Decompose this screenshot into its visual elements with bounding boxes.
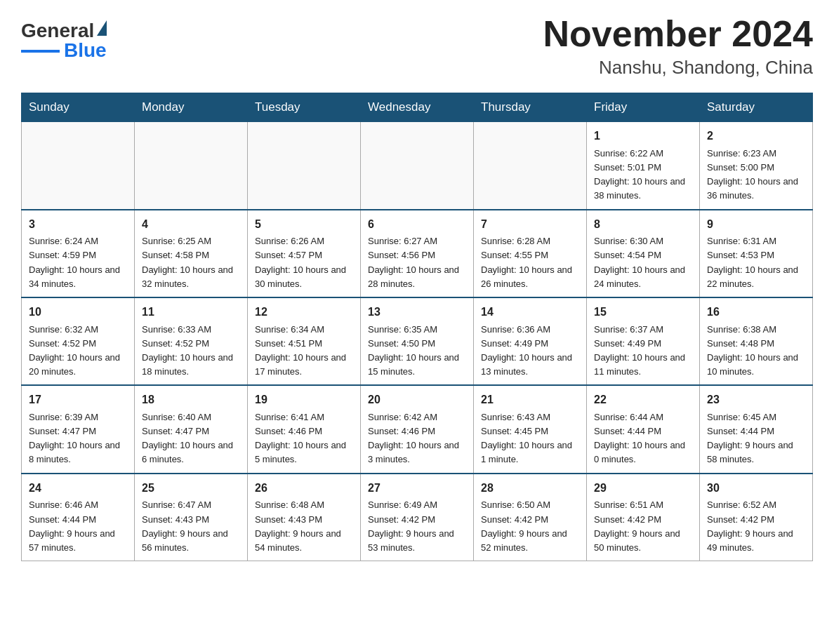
logo: General Blue bbox=[21, 21, 107, 60]
day-number: 10 bbox=[29, 304, 127, 321]
week-row-2: 3Sunrise: 6:24 AM Sunset: 4:59 PM Daylig… bbox=[22, 210, 813, 297]
calendar-cell: 11Sunrise: 6:33 AM Sunset: 4:52 PM Dayli… bbox=[135, 297, 248, 385]
logo-underline bbox=[21, 50, 60, 53]
calendar-cell: 12Sunrise: 6:34 AM Sunset: 4:51 PM Dayli… bbox=[248, 297, 361, 385]
header-thursday: Thursday bbox=[474, 93, 587, 122]
cell-info: Sunrise: 6:40 AM Sunset: 4:47 PM Dayligh… bbox=[142, 410, 240, 467]
header-saturday: Saturday bbox=[700, 93, 813, 122]
calendar-cell bbox=[22, 122, 135, 210]
calendar-table: Sunday Monday Tuesday Wednesday Thursday… bbox=[21, 93, 813, 561]
day-number: 23 bbox=[707, 391, 805, 409]
calendar-cell: 21Sunrise: 6:43 AM Sunset: 4:45 PM Dayli… bbox=[474, 385, 587, 473]
day-number: 20 bbox=[368, 391, 466, 409]
cell-info: Sunrise: 6:31 AM Sunset: 4:53 PM Dayligh… bbox=[707, 234, 805, 291]
day-number: 19 bbox=[255, 391, 353, 409]
week-row-5: 24Sunrise: 6:46 AM Sunset: 4:44 PM Dayli… bbox=[22, 474, 813, 561]
day-number: 13 bbox=[368, 304, 466, 321]
cell-info: Sunrise: 6:51 AM Sunset: 4:42 PM Dayligh… bbox=[594, 498, 692, 555]
weekday-header-row: Sunday Monday Tuesday Wednesday Thursday… bbox=[22, 93, 813, 122]
calendar-cell bbox=[248, 122, 361, 210]
cell-info: Sunrise: 6:46 AM Sunset: 4:44 PM Dayligh… bbox=[29, 498, 127, 555]
calendar-cell: 24Sunrise: 6:46 AM Sunset: 4:44 PM Dayli… bbox=[22, 474, 135, 561]
calendar-cell: 18Sunrise: 6:40 AM Sunset: 4:47 PM Dayli… bbox=[135, 385, 248, 473]
cell-info: Sunrise: 6:44 AM Sunset: 4:44 PM Dayligh… bbox=[594, 410, 692, 467]
calendar-cell: 1Sunrise: 6:22 AM Sunset: 5:01 PM Daylig… bbox=[587, 122, 700, 210]
cell-info: Sunrise: 6:43 AM Sunset: 4:45 PM Dayligh… bbox=[481, 410, 579, 467]
cell-info: Sunrise: 6:33 AM Sunset: 4:52 PM Dayligh… bbox=[142, 323, 240, 380]
cell-info: Sunrise: 6:35 AM Sunset: 4:50 PM Dayligh… bbox=[368, 323, 466, 380]
cell-info: Sunrise: 6:36 AM Sunset: 4:49 PM Dayligh… bbox=[481, 323, 579, 380]
day-number: 4 bbox=[142, 216, 240, 234]
day-number: 3 bbox=[29, 216, 127, 234]
cell-info: Sunrise: 6:34 AM Sunset: 4:51 PM Dayligh… bbox=[255, 323, 353, 380]
calendar-cell: 26Sunrise: 6:48 AM Sunset: 4:43 PM Dayli… bbox=[248, 474, 361, 561]
day-number: 2 bbox=[707, 128, 805, 145]
day-number: 27 bbox=[368, 480, 466, 497]
location-title: Nanshu, Shandong, China bbox=[543, 57, 813, 79]
calendar-cell: 27Sunrise: 6:49 AM Sunset: 4:42 PM Dayli… bbox=[361, 474, 474, 561]
day-number: 29 bbox=[594, 480, 692, 497]
week-row-4: 17Sunrise: 6:39 AM Sunset: 4:47 PM Dayli… bbox=[22, 385, 813, 473]
cell-info: Sunrise: 6:42 AM Sunset: 4:46 PM Dayligh… bbox=[368, 410, 466, 467]
day-number: 22 bbox=[594, 391, 692, 409]
cell-info: Sunrise: 6:22 AM Sunset: 5:01 PM Dayligh… bbox=[594, 147, 692, 203]
header-friday: Friday bbox=[587, 93, 700, 122]
calendar-cell: 29Sunrise: 6:51 AM Sunset: 4:42 PM Dayli… bbox=[587, 474, 700, 561]
page-header: General Blue November 2024 Nanshu, Shand… bbox=[21, 14, 813, 79]
calendar-cell: 19Sunrise: 6:41 AM Sunset: 4:46 PM Dayli… bbox=[248, 385, 361, 473]
calendar-cell: 23Sunrise: 6:45 AM Sunset: 4:44 PM Dayli… bbox=[700, 385, 813, 473]
cell-info: Sunrise: 6:49 AM Sunset: 4:42 PM Dayligh… bbox=[368, 498, 466, 555]
calendar-cell: 16Sunrise: 6:38 AM Sunset: 4:48 PM Dayli… bbox=[700, 297, 813, 385]
month-title: November 2024 bbox=[543, 14, 813, 54]
week-row-1: 1Sunrise: 6:22 AM Sunset: 5:01 PM Daylig… bbox=[22, 122, 813, 210]
calendar-cell: 10Sunrise: 6:32 AM Sunset: 4:52 PM Dayli… bbox=[22, 297, 135, 385]
cell-info: Sunrise: 6:25 AM Sunset: 4:58 PM Dayligh… bbox=[142, 234, 240, 291]
title-section: November 2024 Nanshu, Shandong, China bbox=[543, 14, 813, 79]
calendar-cell bbox=[135, 122, 248, 210]
cell-info: Sunrise: 6:28 AM Sunset: 4:55 PM Dayligh… bbox=[481, 234, 579, 291]
calendar-cell: 13Sunrise: 6:35 AM Sunset: 4:50 PM Dayli… bbox=[361, 297, 474, 385]
calendar-cell bbox=[361, 122, 474, 210]
cell-info: Sunrise: 6:30 AM Sunset: 4:54 PM Dayligh… bbox=[594, 234, 692, 291]
cell-info: Sunrise: 6:26 AM Sunset: 4:57 PM Dayligh… bbox=[255, 234, 353, 291]
calendar-cell: 25Sunrise: 6:47 AM Sunset: 4:43 PM Dayli… bbox=[135, 474, 248, 561]
calendar-cell: 4Sunrise: 6:25 AM Sunset: 4:58 PM Daylig… bbox=[135, 210, 248, 297]
calendar-cell: 17Sunrise: 6:39 AM Sunset: 4:47 PM Dayli… bbox=[22, 385, 135, 473]
day-number: 12 bbox=[255, 304, 353, 321]
day-number: 28 bbox=[481, 480, 579, 497]
day-number: 9 bbox=[707, 216, 805, 234]
day-number: 26 bbox=[255, 480, 353, 497]
day-number: 7 bbox=[481, 216, 579, 234]
day-number: 17 bbox=[29, 391, 127, 409]
day-number: 25 bbox=[142, 480, 240, 497]
calendar-cell bbox=[474, 122, 587, 210]
cell-info: Sunrise: 6:38 AM Sunset: 4:48 PM Dayligh… bbox=[707, 323, 805, 380]
calendar-cell: 15Sunrise: 6:37 AM Sunset: 4:49 PM Dayli… bbox=[587, 297, 700, 385]
calendar-cell: 20Sunrise: 6:42 AM Sunset: 4:46 PM Dayli… bbox=[361, 385, 474, 473]
day-number: 24 bbox=[29, 480, 127, 497]
day-number: 30 bbox=[707, 480, 805, 497]
day-number: 1 bbox=[594, 128, 692, 145]
cell-info: Sunrise: 6:39 AM Sunset: 4:47 PM Dayligh… bbox=[29, 410, 127, 467]
day-number: 8 bbox=[594, 216, 692, 234]
cell-info: Sunrise: 6:32 AM Sunset: 4:52 PM Dayligh… bbox=[29, 323, 127, 380]
logo-text-general: General bbox=[21, 21, 94, 41]
header-sunday: Sunday bbox=[22, 93, 135, 122]
week-row-3: 10Sunrise: 6:32 AM Sunset: 4:52 PM Dayli… bbox=[22, 297, 813, 385]
day-number: 15 bbox=[594, 304, 692, 321]
logo-triangle-icon bbox=[97, 20, 107, 36]
calendar-cell: 22Sunrise: 6:44 AM Sunset: 4:44 PM Dayli… bbox=[587, 385, 700, 473]
header-wednesday: Wednesday bbox=[361, 93, 474, 122]
calendar-cell: 30Sunrise: 6:52 AM Sunset: 4:42 PM Dayli… bbox=[700, 474, 813, 561]
day-number: 6 bbox=[368, 216, 466, 234]
calendar-cell: 28Sunrise: 6:50 AM Sunset: 4:42 PM Dayli… bbox=[474, 474, 587, 561]
cell-info: Sunrise: 6:24 AM Sunset: 4:59 PM Dayligh… bbox=[29, 234, 127, 291]
day-number: 14 bbox=[481, 304, 579, 321]
header-tuesday: Tuesday bbox=[248, 93, 361, 122]
cell-info: Sunrise: 6:47 AM Sunset: 4:43 PM Dayligh… bbox=[142, 498, 240, 555]
logo-text-blue: Blue bbox=[64, 41, 107, 60]
day-number: 5 bbox=[255, 216, 353, 234]
cell-info: Sunrise: 6:27 AM Sunset: 4:56 PM Dayligh… bbox=[368, 234, 466, 291]
calendar-cell: 14Sunrise: 6:36 AM Sunset: 4:49 PM Dayli… bbox=[474, 297, 587, 385]
cell-info: Sunrise: 6:45 AM Sunset: 4:44 PM Dayligh… bbox=[707, 410, 805, 467]
